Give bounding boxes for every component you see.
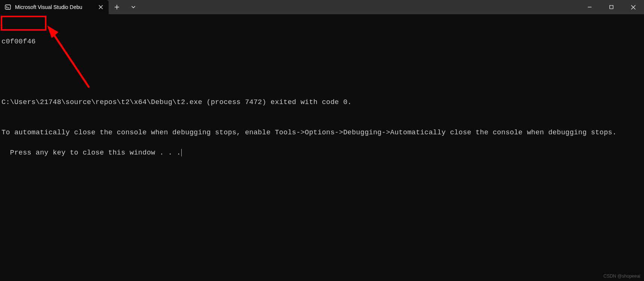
text-cursor — [181, 149, 182, 156]
svg-rect-7 — [610, 6, 613, 9]
close-icon — [631, 5, 636, 10]
tab-controls — [109, 0, 142, 14]
output-line-4: Press any key to close this window . . . — [10, 149, 181, 157]
titlebar-drag-area[interactable] — [142, 0, 579, 14]
plus-icon — [114, 4, 120, 10]
output-line-3: To automatically close the console when … — [1, 128, 643, 138]
terminal-icon — [4, 4, 11, 10]
maximize-icon — [609, 5, 614, 9]
output-line-1: c0f00f46 — [1, 37, 643, 47]
active-tab[interactable]: Microsoft Visual Studio Debu — [0, 0, 109, 14]
titlebar: Microsoft Visual Studio Debu — [0, 0, 644, 14]
new-tab-button[interactable] — [109, 0, 125, 14]
output-line-2: C:\Users\21748\source\repos\t2\x64\Debug… — [1, 97, 643, 107]
tab-dropdown-button[interactable] — [125, 0, 142, 14]
svg-rect-0 — [5, 5, 10, 9]
chevron-down-icon — [131, 5, 136, 9]
blank-line — [1, 67, 643, 77]
window-controls — [579, 0, 644, 14]
minimize-icon — [587, 5, 592, 9]
tab-title: Microsoft Visual Studio Debu — [15, 4, 94, 10]
tab-close-button[interactable] — [97, 4, 104, 10]
watermark: CSDN @shopeeai — [604, 274, 640, 279]
minimize-button[interactable] — [579, 0, 601, 14]
console-output[interactable]: c0f00f46 C:\Users\21748\source\repos\t2\… — [0, 14, 644, 160]
maximize-button[interactable] — [601, 0, 622, 14]
close-window-button[interactable] — [622, 0, 644, 14]
